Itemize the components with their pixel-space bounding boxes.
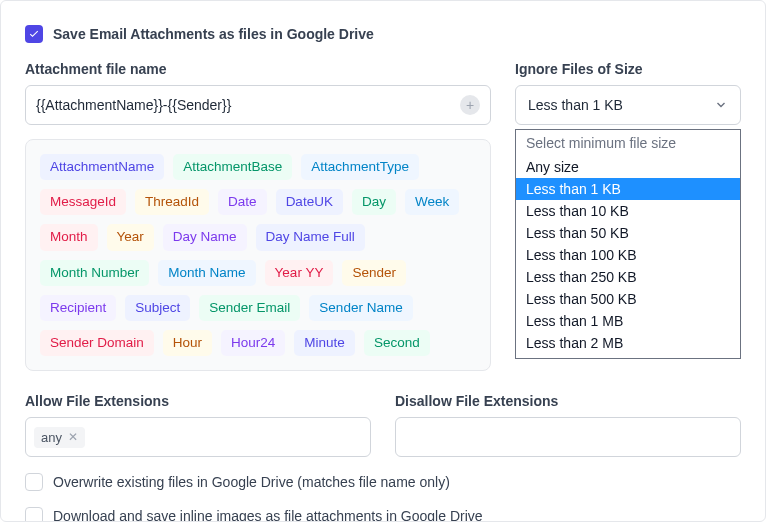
overwrite-label: Overwrite existing files in Google Drive… <box>53 474 450 490</box>
ignore-size-option[interactable]: Any size <box>516 156 740 178</box>
ignore-size-option[interactable]: Less than 250 KB <box>516 266 740 288</box>
ignore-size-option[interactable]: Less than 2 MB <box>516 332 740 354</box>
ignore-size-option[interactable]: Less than 50 KB <box>516 222 740 244</box>
ignore-size-option[interactable]: Less than 100 KB <box>516 244 740 266</box>
inline-images-checkbox[interactable] <box>25 507 43 522</box>
attachment-name-input-wrap: + <box>25 85 491 125</box>
ignore-size-option[interactable]: Less than 1 MB <box>516 310 740 332</box>
token-sender-domain[interactable]: Sender Domain <box>40 330 154 356</box>
attachment-name-label: Attachment file name <box>25 61 491 77</box>
token-dateuk[interactable]: DateUK <box>276 189 343 215</box>
token-messageid[interactable]: MessageId <box>40 189 126 215</box>
token-subject[interactable]: Subject <box>125 295 190 321</box>
token-hour[interactable]: Hour <box>163 330 212 356</box>
remove-tag-icon[interactable]: ✕ <box>68 431 78 443</box>
chevron-down-icon <box>714 98 728 112</box>
token-attachmenttype[interactable]: AttachmentType <box>301 154 419 180</box>
token-threadid[interactable]: ThreadId <box>135 189 209 215</box>
insert-token-button[interactable]: + <box>460 95 480 115</box>
token-month-name[interactable]: Month Name <box>158 260 255 286</box>
token-month[interactable]: Month <box>40 224 98 250</box>
allow-ext-tag: any✕ <box>34 427 85 448</box>
ignore-size-option[interactable]: Less than 500 KB <box>516 288 740 310</box>
ignore-size-prompt: Select minimum file size <box>516 130 740 156</box>
disallow-ext-label: Disallow File Extensions <box>395 393 741 409</box>
token-year-yy[interactable]: Year YY <box>265 260 334 286</box>
overwrite-checkbox[interactable] <box>25 473 43 491</box>
token-minute[interactable]: Minute <box>294 330 355 356</box>
token-day-name-full[interactable]: Day Name Full <box>256 224 365 250</box>
ignore-size-value: Less than 1 KB <box>528 97 623 113</box>
token-month-number[interactable]: Month Number <box>40 260 149 286</box>
token-attachmentbase[interactable]: AttachmentBase <box>173 154 292 180</box>
token-date[interactable]: Date <box>218 189 267 215</box>
token-second[interactable]: Second <box>364 330 430 356</box>
token-sender[interactable]: Sender <box>342 260 406 286</box>
ignore-size-option[interactable]: Less than 5 MB <box>516 354 740 359</box>
token-recipient[interactable]: Recipient <box>40 295 116 321</box>
enable-label: Save Email Attachments as files in Googl… <box>53 26 374 42</box>
token-sender-email[interactable]: Sender Email <box>199 295 300 321</box>
disallow-ext-input[interactable] <box>395 417 741 457</box>
ignore-size-dropdown: Select minimum file size Any sizeLess th… <box>515 129 741 359</box>
token-week[interactable]: Week <box>405 189 459 215</box>
token-attachmentname[interactable]: AttachmentName <box>40 154 164 180</box>
enable-checkbox[interactable] <box>25 25 43 43</box>
token-panel: AttachmentNameAttachmentBaseAttachmentTy… <box>25 139 491 371</box>
token-year[interactable]: Year <box>107 224 154 250</box>
ignore-size-select[interactable]: Less than 1 KB <box>515 85 741 125</box>
ignore-size-option[interactable]: Less than 10 KB <box>516 200 740 222</box>
plus-icon: + <box>466 97 474 113</box>
token-sender-name[interactable]: Sender Name <box>309 295 412 321</box>
tag-label: any <box>41 430 62 445</box>
token-hour24[interactable]: Hour24 <box>221 330 285 356</box>
check-icon <box>28 28 40 40</box>
attachment-name-input[interactable] <box>36 97 460 113</box>
ignore-size-label: Ignore Files of Size <box>515 61 741 77</box>
allow-ext-input[interactable]: any✕ <box>25 417 371 457</box>
token-day-name[interactable]: Day Name <box>163 224 247 250</box>
allow-ext-label: Allow File Extensions <box>25 393 371 409</box>
token-day[interactable]: Day <box>352 189 396 215</box>
ignore-size-option[interactable]: Less than 1 KB <box>516 178 740 200</box>
inline-images-label: Download and save inline images as file … <box>53 508 483 522</box>
